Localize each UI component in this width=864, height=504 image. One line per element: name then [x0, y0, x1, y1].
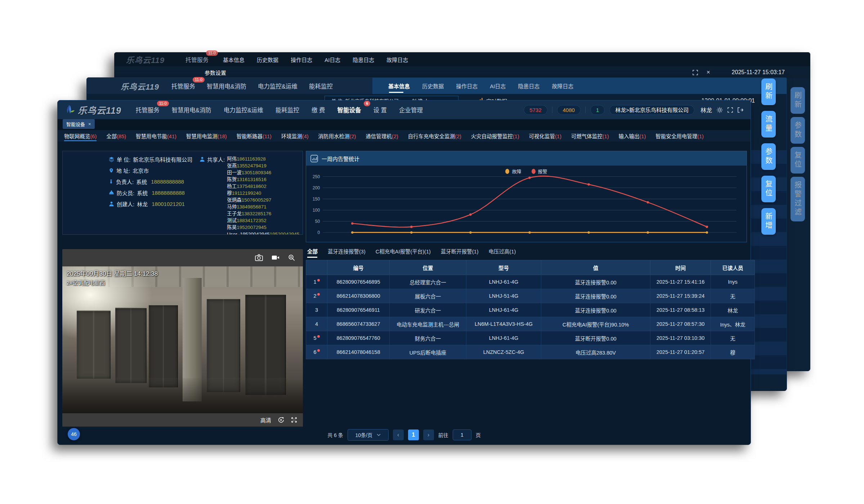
category-tab-火灾自动报警监控[interactable]: 火灾自动报警监控(1)	[471, 131, 519, 141]
front-navbar-right: 573240801 林龙>新北京乐鸟科技有限公司 林龙	[524, 105, 743, 115]
category-tab-通信管理机[interactable]: 通信管理机(2)	[366, 131, 398, 141]
replay-icon[interactable]	[278, 417, 285, 423]
middle-tab-历史数据[interactable]: 历史数据	[422, 82, 444, 90]
nav-item-能耗监控[interactable]: 能耗监控	[309, 82, 333, 90]
goto-page-input[interactable]	[453, 429, 471, 440]
back-tab-操作日志[interactable]: 操作日志	[291, 56, 312, 63]
counter-pill[interactable]: 5732	[524, 105, 547, 115]
field-phone: 18888888888	[152, 190, 185, 196]
table-row[interactable]: 2866214078306800展板六合一LNHJ-51-4G蓝牙连接报警0.0…	[306, 289, 755, 303]
fullscreen-icon[interactable]	[693, 70, 698, 75]
menu-item-电力监控&运维[interactable]: 电力监控&运维	[224, 105, 263, 114]
zoom-in-icon[interactable]	[288, 254, 295, 261]
menu-item-缴费[interactable]: 缴 费	[312, 105, 325, 114]
category-tab-物联网概览[interactable]: 物联网概览(6)	[64, 131, 97, 141]
category-count: (85)	[117, 134, 126, 139]
logout-icon[interactable]	[738, 107, 743, 113]
alarm-tab-电压过高[interactable]: 电压过高(1)	[489, 247, 516, 255]
side-button-报警过滤[interactable]: 报警过滤	[791, 177, 805, 221]
table-row[interactable]: 4868656074733627电动车充电监测主机---总闸LN6M-L1T4A…	[306, 317, 755, 331]
company-breadcrumb[interactable]: 林龙>新北京乐鸟科技有限公司	[609, 105, 694, 115]
next-page-button[interactable]: ›	[423, 429, 434, 440]
middle-tab-故障日志[interactable]: 故障日志	[552, 82, 573, 90]
side-button-参数[interactable]: 参数	[761, 143, 776, 170]
category-tab-自行车充电安全监测[interactable]: 自行车充电安全监测(2)	[408, 131, 461, 141]
back-tab-隐患日志[interactable]: 隐患日志	[353, 56, 374, 63]
hd-button[interactable]: 高清	[260, 416, 271, 424]
page-number-button[interactable]: 1	[408, 429, 419, 440]
location-icon	[109, 168, 114, 173]
alarm-tab-全部[interactable]: 全部	[307, 247, 318, 255]
app-logo: 乐鸟云119	[126, 54, 165, 65]
side-button-流量[interactable]: 流量	[761, 111, 776, 138]
theme-sun-icon[interactable]	[717, 107, 723, 113]
category-count: (18)	[218, 134, 227, 139]
category-tab-智能安全用电管理[interactable]: 智能安全用电管理(1)	[655, 131, 704, 141]
category-tab-智慧用电监测[interactable]: 智慧用电监测(18)	[186, 131, 227, 141]
middle-tab-隐患日志[interactable]: 隐患日志	[518, 82, 540, 90]
cell-已读人员: 林龙	[711, 303, 755, 317]
fullscreen-icon[interactable]	[728, 107, 733, 113]
nav-item-hosted-service[interactable]: 托管服务 11-0	[185, 55, 209, 64]
alarm-tab-C相充电AI报警(平台)[interactable]: C相充电AI报警(平台)(1)	[376, 247, 431, 255]
table-row[interactable]: 5862809076547760财务六合一LNHJ-61-4G蓝牙断开报警0.0…	[306, 331, 755, 345]
legend-item-故障[interactable]: 故障	[505, 168, 521, 175]
fullscreen-arrows-icon[interactable]	[291, 417, 297, 423]
person-name: 张炳森	[227, 197, 242, 203]
category-tab-可视化监管[interactable]: 可视化监管(1)	[529, 131, 561, 141]
left-column: 单 位:新北京乐鸟科技有限公司地 址:北京市负责人:系统18888888888防…	[62, 151, 303, 427]
category-tab-消防用水检测[interactable]: 消防用水检测(2)	[318, 131, 356, 141]
menu-item-设置[interactable]: 设 置	[373, 105, 387, 114]
table-row[interactable]: 6866214078046158UPS后断电插座LNZNCZ-5ZC-4G电压过…	[306, 345, 755, 359]
tie-icon	[109, 179, 113, 184]
username[interactable]: 林龙	[700, 105, 712, 114]
menu-item-能耗监控[interactable]: 能耗监控	[276, 105, 299, 114]
nav-item-智慧用电&消防[interactable]: 智慧用电&消防	[207, 82, 246, 90]
snapshot-icon[interactable]	[255, 254, 263, 261]
legend-item-报警[interactable]: 报警	[532, 168, 547, 175]
middle-tab-AI日志[interactable]: AI日志	[490, 82, 506, 90]
record-video-icon[interactable]	[272, 255, 279, 260]
menu-item-托管服务[interactable]: 托管服务11-0	[136, 105, 160, 114]
category-tab-可燃气体监控[interactable]: 可燃气体监控(1)	[571, 131, 609, 141]
category-tab-智慧用电节能[interactable]: 智慧用电节能(41)	[136, 131, 176, 141]
counter-pill[interactable]: 1	[590, 105, 605, 115]
table-row[interactable]: 1862809076546895总经理室六合一LNHJ-61-4G蓝牙连接报警0…	[306, 275, 755, 289]
side-button-刷新[interactable]: 刷新	[761, 78, 776, 105]
close-icon[interactable]: ×	[707, 69, 710, 76]
tab-close-icon[interactable]: ×	[88, 121, 91, 127]
category-tab-环境监测[interactable]: 环境监测(4)	[281, 131, 309, 141]
side-button-刷新[interactable]: 刷新	[791, 87, 805, 114]
prev-page-button[interactable]: ‹	[393, 429, 404, 440]
cell-编号: 866214078306800	[327, 289, 390, 303]
alarm-tab-蓝牙断开报警[interactable]: 蓝牙断开报警(1)	[441, 247, 479, 255]
page-size-select[interactable]: 10条/页	[348, 429, 389, 441]
menu-item-智慧用电&消防[interactable]: 智慧用电&消防	[172, 105, 211, 114]
chart-title: 一周内告警统计	[322, 155, 359, 162]
menu-item-智能设备[interactable]: 智能设备6	[337, 105, 361, 114]
notification-badge[interactable]: 46	[68, 428, 80, 440]
menu-item-企业管理[interactable]: 企业管理	[399, 105, 423, 114]
category-tab-全部[interactable]: 全部(85)	[106, 131, 126, 141]
back-tab-故障日志[interactable]: 故障日志	[386, 56, 408, 63]
nav-badge: 11-0	[193, 77, 205, 82]
nav-item-电力监控&运维[interactable]: 电力监控&运维	[258, 82, 297, 90]
nav-item-托管服务[interactable]: 托管服务11-0	[171, 82, 195, 90]
back-tab-基本信息[interactable]: 基本信息	[223, 56, 245, 63]
table-row[interactable]: 3862809076546911研发六合一LNHJ-61-4G蓝牙连接报警0.0…	[306, 303, 755, 317]
alarm-tab-蓝牙连接报警[interactable]: 蓝牙连接报警(3)	[328, 247, 366, 255]
counter-pill[interactable]: 4080	[557, 105, 581, 115]
back-tab-AI日志[interactable]: AI日志	[324, 56, 340, 63]
tab-smart-device[interactable]: 智能设备 ×	[63, 119, 95, 129]
side-button-复位[interactable]: 复位	[791, 147, 805, 174]
side-button-参数[interactable]: 参数	[791, 117, 805, 144]
category-tab-智能断路器[interactable]: 智能断路器(11)	[237, 131, 272, 141]
category-tab-输入输出[interactable]: 输入输出(1)	[618, 131, 646, 141]
back-tab-历史数据[interactable]: 历史数据	[257, 56, 278, 63]
middle-tab-操作日志[interactable]: 操作日志	[456, 82, 478, 90]
middle-tab-基本信息[interactable]: 基本信息	[388, 82, 410, 90]
side-button-新增[interactable]: 新增	[761, 208, 776, 235]
side-button-复位[interactable]: 复位	[761, 176, 776, 202]
person-name: 阿伟	[227, 156, 237, 162]
unread-dot	[317, 335, 320, 338]
